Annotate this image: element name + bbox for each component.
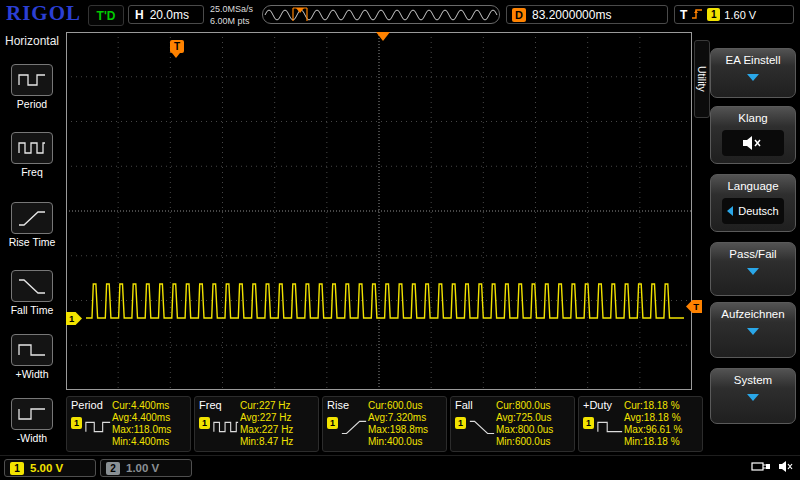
duty-glyph-icon — [596, 417, 624, 437]
channel-badge: 1 — [583, 417, 594, 429]
memory-position-bar[interactable] — [262, 5, 500, 24]
channel-badge: 1 — [199, 417, 210, 429]
period-glyph-icon — [84, 417, 112, 437]
rigol-logo: RIGOL — [6, 1, 81, 26]
top-status-bar: RIGOL T'D H 20.0ms 25.0MSa/s 6.00M pts D… — [0, 0, 800, 30]
menu-button-system[interactable]: System — [710, 368, 796, 424]
trigger-source-badge: 1 — [707, 8, 720, 21]
measurement-cur: Cur:227 Hz — [240, 400, 314, 411]
trigger-display: T 1 1.60 V — [674, 5, 794, 24]
trigger-status-badge: T'D — [88, 5, 124, 26]
channel-badge: 1 — [455, 417, 466, 429]
channel2-badge: 2 — [106, 462, 120, 475]
memory-waveform-preview — [263, 6, 499, 23]
chevron-down-icon — [747, 328, 759, 335]
channel1-scale: 5.00 V — [30, 462, 63, 474]
menu-button-language[interactable]: Language Deutsch — [710, 174, 796, 232]
waveform-display-area — [66, 32, 692, 390]
period-icon — [11, 64, 53, 96]
timebase-value: 20.0ms — [150, 8, 189, 22]
channel2-scale: 1.00 V — [126, 462, 159, 474]
menu-button-pass-fail[interactable]: Pass/Fail — [710, 242, 796, 296]
measurement-rise: Rise Cur:600.0us 1 Avg:7.320ms Max:198.8… — [322, 396, 447, 452]
measurement-name: Period — [71, 399, 112, 411]
minus-width-icon — [11, 398, 53, 430]
trigger-position-triangle — [376, 32, 390, 41]
softkey-rise-time[interactable]: Rise Time — [0, 202, 64, 248]
graticule — [66, 32, 692, 390]
rising-edge-icon — [691, 6, 703, 24]
measurement-cur: Cur:4.400ms — [112, 400, 186, 411]
measurement-stats: Avg:18.18 % Max:96.61 % Min:18.18 % — [624, 412, 698, 448]
softkey-label: -Width — [0, 432, 64, 444]
speaker-mute-icon — [741, 134, 765, 152]
channel1-badge: 1 — [10, 462, 24, 475]
measurement-name: Rise — [327, 399, 368, 411]
freq-glyph-icon — [212, 417, 240, 437]
measurement-stats: Avg:725.0us Max:800.0us Min:600.0us — [496, 412, 570, 448]
channel-badge: 1 — [71, 417, 82, 429]
measurement-bar: Period Cur:4.400ms 1 Avg:4.400ms Max:118… — [66, 396, 692, 452]
measurement-period: Period Cur:4.400ms 1 Avg:4.400ms Max:118… — [66, 396, 191, 452]
softkey-period[interactable]: Period — [0, 64, 64, 110]
measurement-fall: Fall Cur:800.0us 1 Avg:725.0us Max:800.0… — [450, 396, 575, 452]
measurement-name: Fall — [455, 399, 496, 411]
softkey-label: +Width — [0, 368, 64, 380]
channel1-marker-label: 1 — [69, 313, 74, 324]
left-menu-title: Horizontal — [0, 34, 64, 48]
measurement-name: Freq — [199, 399, 240, 411]
chevron-left-icon — [727, 206, 733, 216]
menu-button-sound[interactable]: Klang — [710, 106, 796, 164]
menu-button-record[interactable]: Aufzeichnen — [710, 302, 796, 358]
plus-width-icon — [11, 334, 53, 366]
rise-glyph-icon — [340, 417, 368, 437]
oscilloscope-screen: RIGOL T'D H 20.0ms 25.0MSa/s 6.00M pts D… — [0, 0, 800, 480]
rise-time-icon — [11, 202, 53, 234]
freq-icon — [11, 132, 53, 164]
softkey-plus-width[interactable]: +Width — [0, 334, 64, 380]
acquisition-info: 25.0MSa/s 6.00M pts — [210, 4, 253, 27]
memory-depth: 6.00M pts — [210, 16, 253, 28]
delay-label: D — [512, 8, 526, 22]
language-value-box: Deutsch — [722, 198, 784, 224]
measurement-stats: Avg:7.320ms Max:198.8ms Min:400.0us — [368, 412, 442, 448]
measurement-stats: Avg:227 Hz Max:227 Hz Min:8.47 Hz — [240, 412, 314, 448]
sound-value-box — [722, 130, 784, 156]
sample-rate: 25.0MSa/s — [210, 4, 253, 16]
softkey-freq[interactable]: Freq — [0, 132, 64, 178]
softkey-label: Rise Time — [0, 236, 64, 248]
status-icons — [751, 460, 794, 473]
softkey-label: Freq — [0, 166, 64, 178]
trigger-position-label: T — [174, 41, 180, 52]
chevron-down-icon — [747, 394, 759, 401]
menu-button-io-setup[interactable]: EA Einstell — [710, 48, 796, 98]
channel1-status[interactable]: 1 5.00 V — [4, 459, 96, 477]
measurement-cur: Cur:600.0us — [368, 400, 442, 411]
delay-value: 83.2000000ms — [532, 8, 611, 22]
fall-time-icon — [11, 270, 53, 302]
channel-status-bar: 1 5.00 V 2 1.00 V — [0, 455, 800, 480]
utility-menu-tab: Utility — [694, 40, 710, 118]
chevron-down-icon — [747, 268, 759, 275]
measurement-cur: Cur:800.0us — [496, 400, 570, 411]
delay-display: D 83.2000000ms — [506, 5, 668, 24]
utility-menu: Utility EA Einstell Klang Language Deuts… — [694, 30, 800, 455]
trigger-label: T — [680, 8, 687, 22]
trigger-level-value: 1.60 V — [724, 9, 756, 21]
softkey-label: Fall Time — [0, 304, 64, 316]
speaker-icon — [778, 460, 794, 473]
timebase-display: H 20.0ms — [128, 5, 204, 24]
trigger-position-marker[interactable]: T — [170, 40, 184, 53]
measurement-name: +Duty — [583, 399, 624, 411]
measurement-stats: Avg:4.400ms Max:118.0ms Min:4.400ms — [112, 412, 186, 448]
softkey-minus-width[interactable]: -Width — [0, 398, 64, 444]
measurement-cur: Cur:18.18 % — [624, 400, 698, 411]
fall-glyph-icon — [468, 417, 496, 437]
horizontal-measure-menu: Horizontal Period Freq Rise Time Fall Ti… — [0, 30, 64, 455]
chevron-down-icon — [747, 74, 759, 81]
channel-badge: 1 — [327, 417, 338, 429]
measurement-plus-duty: +Duty Cur:18.18 % 1 Avg:18.18 % Max:96.6… — [578, 396, 703, 452]
softkey-fall-time[interactable]: Fall Time — [0, 270, 64, 316]
channel2-status[interactable]: 2 1.00 V — [100, 459, 192, 477]
softkey-label: Period — [0, 98, 64, 110]
